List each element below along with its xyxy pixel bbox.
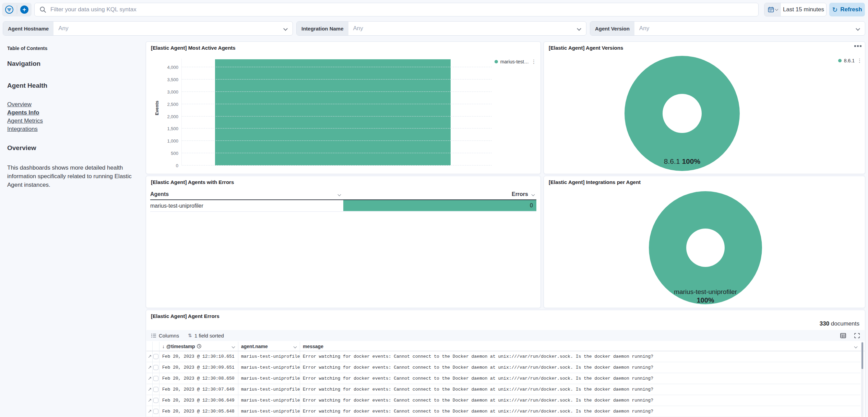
donut-hole <box>663 94 702 133</box>
panel-agent-versions: [Elastic Agent] Agent Versions 8.6.1 100… <box>544 41 865 174</box>
filter-value-dropdown[interactable]: Any <box>53 22 284 35</box>
donut-slice-marius-test-uniprofiler[interactable] <box>649 191 762 304</box>
timestamp-cell: Feb 20, 2023 @ 12:30:10.651 <box>159 351 238 362</box>
donut-label-value: 100% <box>654 296 757 304</box>
chevron-down-icon[interactable] <box>294 345 297 348</box>
expand-document-button[interactable] <box>146 384 153 395</box>
gridline: 2,500 <box>182 104 492 104</box>
time-range-value[interactable]: Last 15 minutes <box>781 3 826 16</box>
legend-actions-icon[interactable]: ⋮ <box>531 59 536 64</box>
table-row[interactable]: Feb 20, 2023 @ 12:30:07.649marius-test-u… <box>146 384 860 395</box>
column-header-timestamp[interactable]: ↓ @timestamp <box>159 342 238 351</box>
data-grid-toolbar: Columns ⇅ 1 field sorted <box>146 330 865 341</box>
filter-label: Agent Hostname <box>3 22 53 35</box>
chevron-down-icon[interactable] <box>232 345 235 348</box>
toc-panel-title: Table of Contents <box>7 46 138 51</box>
chart-legend[interactable]: 8.6.1 <box>838 58 855 63</box>
add-filter-button[interactable]: + <box>17 5 32 14</box>
expand-document-button[interactable] <box>146 351 153 362</box>
gridline: 2,000 <box>182 116 492 116</box>
expand-icon <box>148 377 152 380</box>
table-row[interactable]: marius-test-uniprofiler 0 <box>150 200 536 212</box>
sort-desc-icon: ↓ <box>162 344 165 349</box>
column-header-label: agent.name <box>241 344 268 349</box>
fullscreen-button[interactable] <box>854 333 860 338</box>
expand-document-button[interactable] <box>146 373 153 384</box>
toc-link-overview[interactable]: Overview <box>7 100 138 109</box>
agent-name-cell: marius-test-uniprofiler <box>238 384 300 395</box>
gridline: 3,000 <box>182 91 492 92</box>
header-select-column <box>153 342 159 351</box>
column-header-agent-name[interactable]: agent.name <box>238 342 300 351</box>
legend-actions-icon[interactable]: ⋮ <box>857 58 862 63</box>
row-checkbox[interactable] <box>153 387 158 392</box>
filter-circle-icon <box>5 5 14 14</box>
sort-fields-button[interactable]: ⇅ 1 field sorted <box>188 333 224 339</box>
chevron-down-icon[interactable] <box>532 193 535 196</box>
chart-legend[interactable]: marius-test… <box>495 59 529 64</box>
message-cell: Error watching for docker events: Cannot… <box>300 373 856 384</box>
kql-search-input[interactable]: Filter your data using KQL syntax <box>34 3 759 16</box>
chevron-down-icon <box>856 26 860 31</box>
panel-integrations-per-agent: [Elastic Agent] Integrations per Agent m… <box>544 176 865 308</box>
donut-slice-8-6-1[interactable] <box>625 56 740 171</box>
y-axis-tick: 2,500 <box>167 101 178 107</box>
y-axis-label: Events <box>154 100 159 115</box>
table-row[interactable]: Feb 20, 2023 @ 12:30:08.650marius-test-u… <box>146 373 860 384</box>
refresh-icon: ↻ <box>832 6 837 14</box>
row-checkbox[interactable] <box>153 365 158 370</box>
scrollbar-thumb[interactable] <box>861 342 863 369</box>
grid-header-row: ↓ @timestamp agent.name message <box>146 342 865 351</box>
legend-label: 8.6.1 <box>844 58 855 63</box>
documents-data-grid: ↓ @timestamp agent.name message Feb 20, … <box>146 342 865 417</box>
filter-value-dropdown[interactable]: Any <box>634 22 856 35</box>
clock-icon <box>197 344 201 348</box>
grid-scrollbar[interactable] <box>861 342 864 417</box>
filter-control-agent-hostname: Agent Hostname Any <box>3 21 293 36</box>
expand-icon <box>148 388 152 391</box>
time-range-picker[interactable]: Last 15 minutes <box>764 3 827 16</box>
row-checkbox[interactable] <box>153 354 158 359</box>
display-options-button[interactable] <box>840 333 846 338</box>
plus-circle-icon: + <box>20 5 28 14</box>
row-checkbox[interactable] <box>153 409 158 414</box>
row-checkbox[interactable] <box>153 398 158 403</box>
expand-icon <box>148 355 152 358</box>
quick-select-button[interactable] <box>764 3 781 16</box>
column-header-agents[interactable]: Agents <box>150 191 169 197</box>
chevron-down-icon[interactable] <box>338 193 341 196</box>
table-row[interactable]: Feb 20, 2023 @ 12:30:10.651marius-test-u… <box>146 351 860 362</box>
chevron-down-icon[interactable] <box>854 345 858 348</box>
message-cell: Error watching for docker events: Cannot… <box>300 362 856 373</box>
refresh-button[interactable]: ↻ Refresh <box>829 3 865 16</box>
filter-menu-button[interactable] <box>2 5 17 14</box>
toc-link-agent-metrics[interactable]: Agent Metrics <box>7 117 138 125</box>
filter-value-dropdown[interactable]: Any <box>348 22 578 35</box>
filter-label: Integration Name <box>297 22 348 35</box>
sorted-button-label: 1 field sorted <box>194 333 224 339</box>
table-grid-icon <box>840 333 846 338</box>
expand-document-button[interactable] <box>146 406 153 417</box>
timestamp-cell: Feb 20, 2023 @ 12:30:09.651 <box>159 362 238 373</box>
bar-marius-test-uniprofiler[interactable] <box>215 59 451 165</box>
toc-link-agents-info[interactable]: Agents Info <box>7 109 138 117</box>
panel-options-icon[interactable] <box>854 45 861 47</box>
column-header-label: @timestamp <box>166 344 195 349</box>
row-checkbox[interactable] <box>153 376 158 381</box>
table-header-row: Agents Errors <box>150 189 536 200</box>
toc-link-integrations[interactable]: Integrations <box>7 125 138 133</box>
column-header-message[interactable]: message <box>300 342 860 351</box>
table-row[interactable]: Feb 20, 2023 @ 12:30:05.648marius-test-u… <box>146 406 860 417</box>
expand-document-button[interactable] <box>146 362 153 373</box>
y-axis-tick: 3,500 <box>167 77 178 82</box>
expand-icon <box>148 409 152 413</box>
expand-document-button[interactable] <box>146 395 153 406</box>
column-header-errors[interactable]: Errors <box>512 191 528 197</box>
table-row[interactable]: Feb 20, 2023 @ 12:30:06.649marius-test-u… <box>146 395 860 406</box>
panel-title: [Elastic Agent] Agents with Errors <box>151 179 234 185</box>
gridline: 3,500 <box>182 79 492 79</box>
legend-label: marius-test… <box>500 59 529 64</box>
table-row[interactable]: Feb 20, 2023 @ 12:30:09.651marius-test-u… <box>146 362 860 373</box>
toc-description: This dashboards shows more detailed heal… <box>7 163 138 189</box>
columns-button[interactable]: Columns <box>151 333 179 339</box>
